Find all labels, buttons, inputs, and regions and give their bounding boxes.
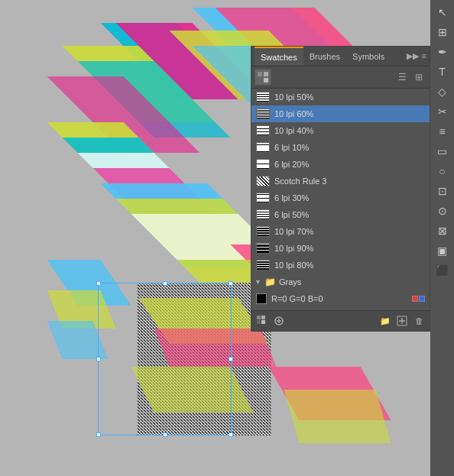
swatch-item[interactable]: 10 lpi 40% (251, 122, 430, 139)
swatch-item[interactable]: 10 lpi 90% (251, 240, 430, 257)
new-swatch-icon (397, 316, 407, 326)
new-color-group-btn[interactable]: 📁 (378, 313, 393, 329)
new-swatch-btn[interactable] (394, 313, 410, 329)
color-swatch (256, 293, 267, 304)
show-kind-menu-btn[interactable] (271, 313, 287, 329)
delete-swatch-btn[interactable]: 🗑 (411, 313, 426, 329)
svg-rect-37 (261, 320, 265, 324)
svg-marker-29 (284, 390, 391, 443)
toolbar-mesh-icon[interactable]: ⊡ (433, 182, 452, 200)
right-toolbar: ↖ ⊞ ✒ T ◇ ✂ ≡ ▭ ○ ⊡ ⊙ ⊠ ▣ ⬛ (430, 0, 454, 476)
toolbar-eyedropper-icon[interactable]: ⊙ (433, 202, 452, 220)
panel-tabs: Swatches Brushes Symbols ▶▶ ≡ (251, 47, 430, 66)
toolbar-grid-icon[interactable]: ⊞ (433, 23, 452, 41)
swatch-item[interactable]: 6 lpi 30% (251, 189, 430, 206)
panel-bottom-toolbar: 📁 🗑 (251, 310, 430, 331)
toolbar-layers-icon[interactable]: ▣ (433, 241, 452, 260)
svg-rect-32 (258, 78, 262, 83)
svg-rect-30 (258, 72, 262, 76)
swatch-preview (256, 108, 270, 119)
toolbar-measure-icon[interactable]: ⊠ (433, 222, 452, 240)
svg-rect-31 (264, 72, 268, 76)
group-arrow-icon: ▼ (255, 278, 261, 286)
svg-rect-35 (261, 316, 265, 319)
panel-cycle-icon[interactable]: ▶▶ (407, 51, 419, 61)
swatch-preview-scotch (256, 176, 270, 186)
svg-rect-34 (257, 316, 261, 319)
swatch-preview (256, 243, 270, 254)
grid-view-btn[interactable]: ⊞ (411, 70, 426, 85)
svg-rect-36 (257, 320, 261, 324)
swatch-item-selected[interactable]: 10 lpi 60% (251, 105, 430, 122)
swatch-item[interactable]: 6 lpi 20% (251, 156, 430, 173)
swatch-preview (256, 209, 270, 220)
svg-rect-33 (264, 78, 268, 83)
swatch-preview (256, 159, 270, 170)
list-view-btn[interactable]: ☰ (394, 70, 410, 85)
tab-brushes[interactable]: Brushes (303, 47, 346, 66)
swatch-item[interactable]: 6 lpi 50% (251, 206, 430, 223)
tab-symbols[interactable]: Symbols (346, 47, 391, 66)
swatch-item[interactable]: 10 lpi 70% (251, 223, 430, 240)
group-header-grays[interactable]: ▼ 📁 Grays (251, 274, 430, 290)
swatch-preview (256, 260, 270, 270)
toolbar-type-icon[interactable]: T (433, 63, 452, 81)
panel-toolbar: ☰ ⊞ (251, 66, 430, 89)
swatch-item[interactable]: 10 lpi 50% (251, 89, 430, 105)
toolbar-pen-icon[interactable]: ✒ (433, 43, 452, 61)
toolbar-symbol-icon[interactable]: ⬛ (433, 261, 452, 280)
panel-menu-icon[interactable]: ≡ (422, 51, 426, 61)
toolbar-rect-icon[interactable]: ▭ (433, 142, 452, 160)
swatch-item-scotch[interactable]: Scotch Rule 3 (251, 173, 430, 189)
toolbar-arrow-icon[interactable]: ↖ (433, 3, 452, 21)
swatch-item-black[interactable]: R=0 G=0 B=0 (251, 290, 430, 307)
swatch-icon-btn[interactable] (255, 69, 271, 86)
color-indicators (412, 296, 425, 302)
svg-marker-23 (154, 329, 277, 367)
kind-icon (274, 316, 284, 326)
swatch-libraries-btn[interactable] (255, 313, 270, 329)
swatch-preview (256, 125, 270, 136)
swatch-preview (256, 226, 270, 237)
toolbar-scissors-icon[interactable]: ✂ (433, 102, 452, 121)
toolbar-lines-icon[interactable]: ≡ (433, 122, 452, 141)
swatch-preview (256, 193, 270, 203)
swatch-list[interactable]: 10 lpi 50% 10 lpi 60% 10 lpi 40% 6 lpi 1… (251, 89, 430, 310)
color-dot-red (412, 296, 418, 302)
toolbar-circle-icon[interactable]: ○ (433, 162, 452, 180)
swatch-item[interactable]: 10 lpi 80% (251, 257, 430, 274)
swatch-icon (257, 71, 269, 83)
folder-icon: 📁 (264, 277, 276, 287)
color-dot-blue (419, 296, 425, 302)
libraries-icon (256, 315, 268, 327)
swatch-item[interactable]: 6 lpi 10% (251, 139, 430, 156)
swatch-preview (256, 142, 270, 153)
swatch-preview (256, 92, 270, 102)
toolbar-shape-icon[interactable]: ◇ (433, 83, 452, 101)
tab-swatches[interactable]: Swatches (255, 47, 303, 66)
panel-tab-icons: ▶▶ ≡ (407, 51, 426, 61)
swatches-panel: Swatches Brushes Symbols ▶▶ ≡ ☰ ⊞ (251, 46, 430, 332)
